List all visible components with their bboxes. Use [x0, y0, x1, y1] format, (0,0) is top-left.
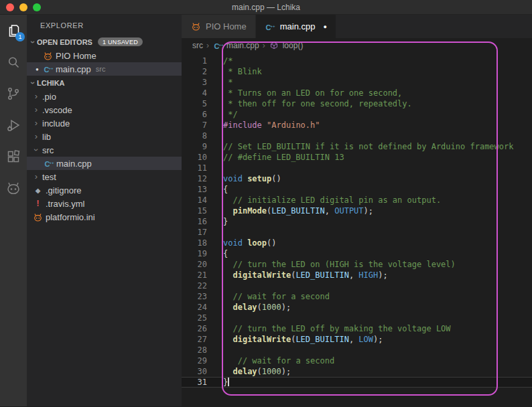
close-window-button[interactable] [6, 3, 14, 11]
editor-tab[interactable]: PIO Home [182, 15, 256, 38]
line-number[interactable]: 16 [182, 216, 216, 227]
breadcrumb-item[interactable]: C++main.cpp [212, 40, 259, 51]
breadcrumb: src›C++main.cpp›loop() [182, 38, 532, 53]
code-line[interactable]: 1/* [182, 56, 532, 66]
breadcrumb-item[interactable]: src [192, 41, 203, 50]
code-line[interactable]: 4 * Turns on an LED on for one second, [182, 88, 532, 98]
activity-platformio-button[interactable] [0, 172, 27, 204]
code-line[interactable]: 2 * Blink [182, 66, 532, 77]
code-line[interactable]: 3 * [182, 77, 532, 88]
tree-item[interactable]: ›test [27, 170, 182, 183]
line-number[interactable]: 5 [182, 98, 216, 109]
tree-item[interactable]: C++main.cpp [27, 157, 182, 170]
line-number[interactable]: 24 [182, 302, 216, 313]
line-number[interactable]: 27 [182, 334, 216, 345]
code-line[interactable]: 16} [182, 216, 532, 227]
code-line[interactable]: 11 [182, 163, 532, 173]
code-line[interactable]: 22 [182, 280, 532, 291]
line-number[interactable]: 26 [182, 323, 216, 334]
code-line[interactable]: 30 delay(1000); [182, 366, 532, 377]
line-number[interactable]: 31 [182, 377, 216, 388]
tree-item[interactable]: ›src [27, 143, 182, 157]
tree-item[interactable]: !.travis.yml [27, 197, 182, 210]
editor-tab[interactable]: C++main.cpp● [256, 15, 336, 38]
open-editor-item[interactable]: ●C++main.cppsrc [27, 62, 182, 76]
code-line[interactable]: 10// #define LED_BUILTIN 13 [182, 152, 532, 163]
line-content: #include "Arduino.h" [216, 120, 320, 131]
line-number[interactable]: 2 [182, 66, 216, 77]
minimize-window-button[interactable] [19, 3, 27, 11]
line-number[interactable]: 8 [182, 131, 216, 141]
line-number[interactable]: 23 [182, 291, 216, 302]
code-line[interactable]: 21 digitalWrite(LED_BUILTIN, HIGH); [182, 270, 532, 280]
code-line[interactable]: 24 delay(1000); [182, 302, 532, 313]
workspace-folder-header[interactable]: › LCHIKA [27, 76, 182, 90]
activity-explorer-button[interactable]: 1 [0, 15, 27, 46]
zoom-window-button[interactable] [33, 3, 41, 11]
line-number[interactable]: 4 [182, 88, 216, 98]
code-line[interactable]: 14 // initialize LED digital pin as an o… [182, 195, 532, 206]
tree-item-label: lib [42, 132, 51, 142]
line-number[interactable]: 3 [182, 77, 216, 88]
tree-item[interactable]: ◆.gitignore [27, 183, 182, 197]
code-line[interactable]: 8 [182, 131, 532, 141]
tree-item-label: test [42, 172, 56, 182]
code-line[interactable]: 31} [182, 377, 532, 388]
tree-item[interactable]: ›.vscode [27, 103, 182, 116]
line-number[interactable]: 9 [182, 141, 216, 152]
code-line[interactable]: 15 pinMode(LED_BUILTIN, OUTPUT); [182, 206, 532, 216]
code-line[interactable]: 7#include "Arduino.h" [182, 120, 532, 131]
tree-item[interactable]: ›lib [27, 130, 182, 143]
code-line[interactable]: 13{ [182, 184, 532, 195]
line-content: delay(1000); [216, 302, 291, 313]
line-number[interactable]: 29 [182, 355, 216, 366]
tree-item[interactable]: platformio.ini [27, 210, 182, 224]
code-line[interactable]: 25 [182, 313, 532, 323]
open-editor-item[interactable]: PIO Home [27, 49, 182, 62]
line-number[interactable]: 19 [182, 248, 216, 259]
activity-extensions-button[interactable] [0, 141, 27, 172]
code-line[interactable]: 20 // turn the LED on (HIGH is the volta… [182, 259, 532, 270]
code-line[interactable]: 12void setup() [182, 173, 532, 184]
line-number[interactable]: 30 [182, 366, 216, 377]
cpp-file-icon: C++ [42, 64, 54, 74]
code-line[interactable]: 17 [182, 227, 532, 238]
line-number[interactable]: 21 [182, 270, 216, 280]
line-number[interactable]: 14 [182, 195, 216, 206]
tree-item[interactable]: ›include [27, 116, 182, 130]
line-number[interactable]: 28 [182, 345, 216, 355]
code-line[interactable]: 6 */ [182, 109, 532, 120]
code-line[interactable]: 27 digitalWrite(LED_BUILTIN, LOW); [182, 334, 532, 345]
code-line[interactable]: 29 // wait for a second [182, 355, 532, 366]
code-line[interactable]: 23 // wait for a second [182, 291, 532, 302]
activity-source-control-button[interactable] [0, 78, 27, 109]
code-line[interactable]: 18void loop() [182, 238, 532, 248]
line-number[interactable]: 11 [182, 163, 216, 173]
breadcrumb-item[interactable]: loop() [269, 41, 304, 50]
line-number[interactable]: 17 [182, 227, 216, 238]
activity-run-debug-button[interactable] [0, 109, 27, 141]
line-number[interactable]: 25 [182, 313, 216, 323]
line-content: void setup() [216, 173, 281, 184]
line-content: // wait for a second [216, 291, 330, 302]
code-line[interactable]: 9// Set LED_BUILTIN if it is not defined… [182, 141, 532, 152]
line-number[interactable]: 20 [182, 259, 216, 270]
explorer-sidebar: EXPLORER › OPEN EDITORS 1 UNSAVED PIO Ho… [27, 15, 182, 406]
tree-item[interactable]: ›.pio [27, 90, 182, 103]
line-number[interactable]: 10 [182, 152, 216, 163]
line-number[interactable]: 18 [182, 238, 216, 248]
line-number[interactable]: 22 [182, 280, 216, 291]
code-line[interactable]: 19{ [182, 248, 532, 259]
line-number[interactable]: 15 [182, 206, 216, 216]
line-number[interactable]: 7 [182, 120, 216, 131]
activity-search-button[interactable] [0, 46, 27, 78]
code-line[interactable]: 28 [182, 345, 532, 355]
code-line[interactable]: 26 // turn the LED off by making the vol… [182, 323, 532, 334]
line-number[interactable]: 13 [182, 184, 216, 195]
open-editors-header[interactable]: › OPEN EDITORS 1 UNSAVED [27, 35, 182, 49]
code-line[interactable]: 5 * then off for one second, repeatedly. [182, 98, 532, 109]
line-number[interactable]: 12 [182, 173, 216, 184]
line-number[interactable]: 6 [182, 109, 216, 120]
code-editor[interactable]: 1/*2 * Blink3 *4 * Turns on an LED on fo… [182, 53, 532, 406]
line-number[interactable]: 1 [182, 56, 216, 66]
